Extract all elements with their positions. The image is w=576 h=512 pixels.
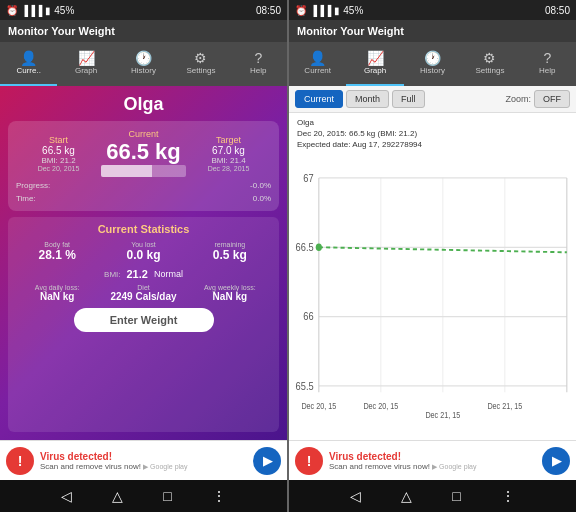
target-bmi: BMI: 21.4 xyxy=(186,156,271,165)
user-name: Olga xyxy=(8,94,279,115)
nav-tabs-left: 👤 Curre.. 📈 Graph 🕐 History ⚙ Settings ?… xyxy=(0,42,287,86)
tab-graph-label-left: Graph xyxy=(75,67,97,75)
stats-row-1: Body fat 28.1 % You lost 0.0 kg remainin… xyxy=(14,241,273,262)
time-left: 08:50 xyxy=(256,5,281,16)
graph-svg: 67 66.5 66 65.5 xyxy=(293,159,572,436)
current-col: Current 66.5 kg xyxy=(101,129,186,177)
tab-settings-left[interactable]: ⚙ Settings xyxy=(172,42,229,86)
home-button-right[interactable]: △ xyxy=(401,488,412,504)
tab-current-left[interactable]: 👤 Curre.. xyxy=(0,42,57,86)
graph-area: 67 66.5 66 65.5 xyxy=(289,155,576,440)
diet-value: 2249 Cals/day xyxy=(100,291,186,302)
bmi-row: BMI: 21.2 Normal xyxy=(14,268,273,280)
recents-button-left[interactable]: □ xyxy=(163,488,171,504)
tab-help-label-right: Help xyxy=(539,67,555,75)
back-button-left[interactable]: ◁ xyxy=(61,488,72,504)
graph-info-name: Olga xyxy=(297,117,568,128)
svg-text:65.5: 65.5 xyxy=(296,379,314,391)
nav-tabs-right: 👤 Current 📈 Graph 🕐 History ⚙ Settings ?… xyxy=(289,42,576,86)
ad-logo-left: ▶ xyxy=(253,447,281,475)
svg-text:Dec 21, 15: Dec 21, 15 xyxy=(487,401,522,411)
progress-row: Progress: -0.0% xyxy=(16,181,271,190)
signal-icon-right: ▐▐▐ xyxy=(310,5,331,16)
graph-icon-right: 📈 xyxy=(367,51,384,65)
tab-current-label-left: Curre.. xyxy=(16,67,40,75)
ad-banner-right[interactable]: ! Virus detected! Scan and remove virus … xyxy=(289,440,576,480)
target-bar-fill xyxy=(101,165,152,177)
history-icon-right: 🕐 xyxy=(424,51,441,65)
avg-weekly-value: NaN kg xyxy=(187,291,273,302)
home-button-left[interactable]: △ xyxy=(112,488,123,504)
target-bar xyxy=(101,165,186,177)
time-right: 08:50 xyxy=(545,5,570,16)
tab-graph-left[interactable]: 📈 Graph xyxy=(57,42,114,86)
left-screen: ⏰ ▐▐▐ ▮ 45% 08:50 Monitor Your Weight 👤 … xyxy=(0,0,287,512)
status-right-right: 08:50 xyxy=(545,5,570,16)
tab-help-right[interactable]: ? Help xyxy=(519,42,576,86)
status-left-right: ⏰ ▐▐▐ ▮ 45% xyxy=(295,5,363,16)
tab-history-label-left: History xyxy=(131,67,156,75)
graph-tab-month[interactable]: Month xyxy=(346,90,389,108)
graph-controls: Current Month Full Zoom: OFF xyxy=(289,86,576,113)
progress-label: Progress: xyxy=(16,181,50,190)
current-weight: 66.5 kg xyxy=(101,139,186,165)
tab-current-label-right: Current xyxy=(304,67,331,75)
recents-button-right[interactable]: □ xyxy=(452,488,460,504)
menu-button-left[interactable]: ⋮ xyxy=(212,488,226,504)
diet-item: Diet 2249 Cals/day xyxy=(100,284,186,302)
ad-banner-left[interactable]: ! Virus detected! Scan and remove virus … xyxy=(0,440,287,480)
graph-icon-left: 📈 xyxy=(78,51,95,65)
avg-daily-label: Avg daily loss: xyxy=(14,284,100,291)
battery-icon-right: ▮ xyxy=(334,5,340,16)
avg-daily-value: NaN kg xyxy=(14,291,100,302)
bmi-status: Normal xyxy=(154,269,183,279)
ad-subtitle-right: Scan and remove virus now! ▶ Google play xyxy=(329,462,536,471)
tab-history-left[interactable]: 🕐 History xyxy=(115,42,172,86)
body-fat-stat: Body fat 28.1 % xyxy=(14,241,100,262)
graph-tab-current[interactable]: Current xyxy=(295,90,343,108)
signal-icon: ▐▐▐ xyxy=(21,5,42,16)
alarm-icon: ⏰ xyxy=(6,5,18,16)
zoom-label: Zoom: xyxy=(505,94,531,104)
enter-weight-button[interactable]: Enter Weight xyxy=(74,308,214,332)
target-date: Dec 28, 2015 xyxy=(186,165,271,172)
graph-tab-full[interactable]: Full xyxy=(392,90,425,108)
settings-icon-right: ⚙ xyxy=(483,51,496,65)
graph-info-weight: Dec 20, 2015: 66.5 kg (BMI: 21.2) xyxy=(297,128,568,139)
tab-history-right[interactable]: 🕐 History xyxy=(404,42,461,86)
tab-settings-right[interactable]: ⚙ Settings xyxy=(461,42,518,86)
ad-title-right: Virus detected! xyxy=(329,451,536,462)
bmi-value: 21.2 xyxy=(127,268,148,280)
menu-button-right[interactable]: ⋮ xyxy=(501,488,515,504)
current-icon-right: 👤 xyxy=(309,51,326,65)
you-lost-value: 0.0 kg xyxy=(100,248,186,262)
history-icon-left: 🕐 xyxy=(135,51,152,65)
stats-section: Current Statistics Body fat 28.1 % You l… xyxy=(8,217,279,432)
remaining-value: 0.5 kg xyxy=(187,248,273,262)
svg-text:Dec 20, 15: Dec 20, 15 xyxy=(301,401,336,411)
battery-icon: ▮ xyxy=(45,5,51,16)
tab-help-left[interactable]: ? Help xyxy=(230,42,287,86)
screens-container: ⏰ ▐▐▐ ▮ 45% 08:50 Monitor Your Weight 👤 … xyxy=(0,0,576,512)
you-lost-label: You lost xyxy=(100,241,186,248)
virus-icon-left: ! xyxy=(6,447,34,475)
weight-row: Start 66.5 kg BMI: 21.2 Dec 20, 2015 Cur… xyxy=(16,129,271,177)
you-lost-stat: You lost 0.0 kg xyxy=(100,241,186,262)
app-title-left: Monitor Your Weight xyxy=(8,25,115,37)
zoom-toggle[interactable]: OFF xyxy=(534,90,570,108)
tab-help-label-left: Help xyxy=(250,67,266,75)
body-fat-label: Body fat xyxy=(14,241,100,248)
alarm-icon-right: ⏰ xyxy=(295,5,307,16)
svg-text:Dec 20, 15: Dec 20, 15 xyxy=(363,401,398,411)
tab-current-right[interactable]: 👤 Current xyxy=(289,42,346,86)
tab-graph-right[interactable]: 📈 Graph xyxy=(346,42,403,86)
back-button-right[interactable]: ◁ xyxy=(350,488,361,504)
current-label: Current xyxy=(101,129,186,139)
progress-value: -0.0% xyxy=(250,181,271,190)
ad-logo-right: ▶ xyxy=(542,447,570,475)
avg-daily-item: Avg daily loss: NaN kg xyxy=(14,284,100,302)
avg-row: Avg daily loss: NaN kg Diet 2249 Cals/da… xyxy=(14,284,273,302)
app-header-left: Monitor Your Weight xyxy=(0,20,287,42)
target-weight: 67.0 kg xyxy=(186,145,271,156)
avg-weekly-label: Avg weekly loss: xyxy=(187,284,273,291)
